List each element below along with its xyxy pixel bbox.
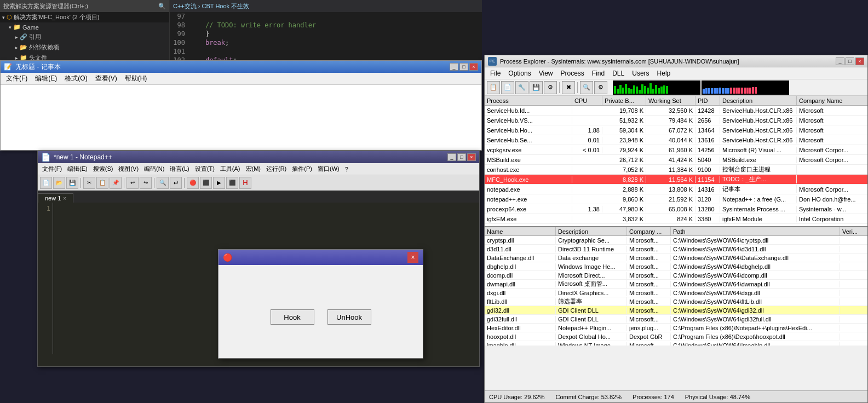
npp-tb-cut[interactable]: ✂: [83, 177, 95, 189]
pe-process-row[interactable]: ServiceHub.Ho... 1.88 59,304 K 67,072 K …: [485, 125, 867, 135]
npp-menu-view[interactable]: 视图(V): [116, 164, 141, 174]
pe-dll-row[interactable]: DataExchange.dll Data exchange Microsoft…: [485, 254, 867, 262]
notepad-menu-edit[interactable]: 编辑(E): [32, 73, 60, 84]
npp-tab-new1[interactable]: new 1 ×: [38, 193, 73, 203]
vs-tree-external[interactable]: ▸ 📂 外部依赖项: [0, 42, 169, 53]
npp-menu-encode[interactable]: 编码(N): [142, 164, 166, 174]
pe-process-row[interactable]: ServiceHub.Se... 0.01 23,948 K 40,044 K …: [485, 135, 867, 145]
pe-process-row[interactable]: ServiceHub.VS... 51,932 K 79,484 K 2656 …: [485, 116, 867, 125]
pe-dll-row[interactable]: fltLib.dll 筛选器率 Microsoft... C:\Windows\…: [485, 297, 867, 306]
pe-process-row[interactable]: MFC_Hook.exe 8,828 K 11,564 K 11154 TODO…: [485, 175, 867, 185]
pe-process-row[interactable]: procexp64.exe 1.38 47,980 K 65,008 K 132…: [485, 204, 867, 214]
pe-menu-process[interactable]: Process: [557, 68, 588, 78]
pe-menu-find[interactable]: Find: [589, 68, 608, 78]
pe-tb-btn5[interactable]: ⚙: [544, 81, 557, 94]
npp-tb-copy[interactable]: 📋: [96, 177, 108, 189]
pe-process-row[interactable]: igfxEM.exe 3,832 K 824 K 3380 igfxEM Mod…: [485, 214, 867, 224]
npp-menu-plugins[interactable]: 插件(P): [290, 164, 314, 174]
notepad-maximize-btn[interactable]: □: [459, 63, 468, 71]
npp-menu-file[interactable]: 文件(F): [40, 164, 64, 174]
pe-dll-row[interactable]: gdi32full.dll GDI Client DLL Microsoft..…: [485, 315, 867, 324]
npp-tb-zoom-out[interactable]: ⬛: [200, 177, 212, 189]
npp-tb-rec[interactable]: ▶: [213, 177, 225, 189]
pe-process-row[interactable]: TiltWheelMouse.exe < 0.01 1,644 K 992 K …: [485, 224, 867, 226]
pe-process-row[interactable]: MSBuild.exe 26,712 K 41,424 K 5040 MSBui…: [485, 155, 867, 165]
pe-tb-btn2[interactable]: 📄: [501, 81, 514, 94]
pe-col-process[interactable]: Process: [485, 96, 572, 105]
npp-menu-run[interactable]: 运行(R): [264, 164, 289, 174]
npp-tb-paste[interactable]: 📌: [110, 177, 122, 189]
pe-dll-col-path[interactable]: Path: [671, 227, 840, 235]
npp-menu-macro[interactable]: 宏(M): [244, 164, 263, 174]
pe-menu-view[interactable]: View: [536, 68, 556, 78]
notepad-menu-file[interactable]: 文件(F): [3, 73, 31, 84]
pe-col-private[interactable]: Private B...: [602, 96, 646, 105]
pe-dll-row[interactable]: dcomp.dll Microsoft Direct... Microsoft.…: [485, 271, 867, 280]
npp-menu-lang[interactable]: 语言(L): [168, 164, 191, 174]
npp-tb-find[interactable]: 🔍: [157, 177, 169, 189]
npp-tb-zoom-in[interactable]: 🔴: [187, 177, 199, 189]
npp-tb-replace[interactable]: ⇄: [170, 177, 182, 189]
pe-process-row[interactable]: ServiceHub.Id... 19,708 K 32,560 K 12428…: [485, 106, 867, 116]
pe-menu-options[interactable]: Options: [505, 68, 534, 78]
npp-tb-redo[interactable]: ↪: [140, 177, 152, 189]
pe-dll-col-desc[interactable]: Description: [556, 227, 627, 235]
pe-dll-col-company[interactable]: Company ...: [627, 227, 671, 235]
pe-tb-btn6[interactable]: ✖: [562, 81, 575, 94]
npp-menu-window[interactable]: 窗口(W): [315, 164, 342, 174]
pe-menu-users[interactable]: Users: [629, 68, 652, 78]
pe-close-btn[interactable]: ×: [855, 57, 864, 65]
npp-tb-stop[interactable]: ⬛: [226, 177, 238, 189]
pe-col-pid[interactable]: PID: [695, 96, 720, 105]
unhook-button[interactable]: UnHook: [327, 309, 371, 325]
npp-menu-help[interactable]: ?: [343, 165, 350, 174]
vs-tree-game[interactable]: ▾ 📁 Game: [0, 22, 169, 32]
vs-tree-refs[interactable]: ▸ 🔗 引用: [0, 32, 169, 42]
notepad-menu-format[interactable]: 格式(O): [61, 73, 90, 84]
npp-maximize-btn[interactable]: □: [457, 153, 466, 161]
npp-menu-search[interactable]: 搜索(S): [91, 164, 116, 174]
pe-col-company[interactable]: Company Name: [797, 96, 867, 105]
pe-dll-row[interactable]: dwmapi.dll Microsoft 桌面管... Microsoft...…: [485, 280, 867, 289]
npp-tb-undo[interactable]: ↩: [127, 177, 139, 189]
npp-menu-settings[interactable]: 设置(T): [193, 164, 217, 174]
pe-minimize-btn[interactable]: _: [836, 57, 844, 65]
pe-tb-btn4[interactable]: 💾: [530, 81, 543, 94]
notepad-menu-help[interactable]: 帮助(H): [122, 73, 151, 84]
pe-process-row[interactable]: notepad.exe 2,888 K 13,808 K 14316 记事本 M…: [485, 185, 867, 194]
vs-tree-solution[interactable]: ▾ ⬡ 解决方案'MFC_Hook' (2 个项目): [0, 12, 169, 22]
pe-tb-btn8[interactable]: ⚙: [594, 81, 607, 94]
npp-tb-open[interactable]: 📂: [53, 177, 65, 189]
pe-dll-row[interactable]: dxgi.dll DirectX Graphics... Microsoft..…: [485, 289, 867, 297]
notepad-close-btn[interactable]: ×: [469, 63, 478, 71]
dialog-close-btn[interactable]: ×: [407, 252, 418, 263]
hook-button[interactable]: Hook: [271, 309, 314, 325]
pe-menu-dll[interactable]: DLL: [609, 68, 628, 78]
vs-tree-headers[interactable]: ▸ 📁 头文件: [0, 53, 169, 60]
pe-process-row[interactable]: conhost.exe 7,052 K 11,384 K 9100 控制台窗口主…: [485, 165, 867, 175]
pe-col-working[interactable]: Working Set: [646, 96, 695, 105]
pe-dll-row[interactable]: imaghlp.dll Windows NT Image... Microsof…: [485, 341, 867, 346]
npp-tb-new[interactable]: 📄: [40, 177, 52, 189]
pe-dll-row[interactable]: cryptsp.dll Cryptographic Se... Microsof…: [485, 236, 867, 245]
notepad-menu-view[interactable]: 查看(V): [92, 73, 120, 84]
pe-tb-btn7[interactable]: 🔍: [580, 81, 593, 94]
npp-minimize-btn[interactable]: _: [447, 153, 456, 161]
pe-col-cpu[interactable]: CPU: [572, 96, 602, 105]
pe-dll-col-verify[interactable]: Veri...: [840, 227, 867, 235]
pe-dll-row[interactable]: dbghelp.dll Windows Image He... Microsof…: [485, 262, 867, 271]
pe-menu-file[interactable]: File: [487, 68, 504, 78]
npp-tab-close[interactable]: ×: [63, 195, 66, 202]
npp-tb-save[interactable]: 💾: [66, 177, 78, 189]
pe-menu-help[interactable]: Help: [654, 68, 674, 78]
pe-dll-row[interactable]: gdi32.dll GDI Client DLL Microsoft... C:…: [485, 306, 867, 315]
pe-process-row[interactable]: notepad++.exe 9,860 K 21,592 K 3120 Note…: [485, 194, 867, 204]
pe-col-desc[interactable]: Description: [720, 96, 797, 105]
npp-menu-edit[interactable]: 编辑(E): [65, 164, 90, 174]
pe-dll-row[interactable]: HexEditor.dll Notepad++ Plugin... jens.p…: [485, 324, 867, 332]
pe-process-row[interactable]: vcpkgsrv.exe < 0.01 79,924 K 61,960 K 14…: [485, 145, 867, 155]
pe-dll-row[interactable]: hooxpot.dll Dexpot Global Ho... Dexpot G…: [485, 332, 867, 341]
pe-tb-btn3[interactable]: 🔧: [515, 81, 528, 94]
npp-tb-macro[interactable]: H: [239, 177, 251, 189]
npp-close-btn[interactable]: ×: [467, 153, 476, 161]
